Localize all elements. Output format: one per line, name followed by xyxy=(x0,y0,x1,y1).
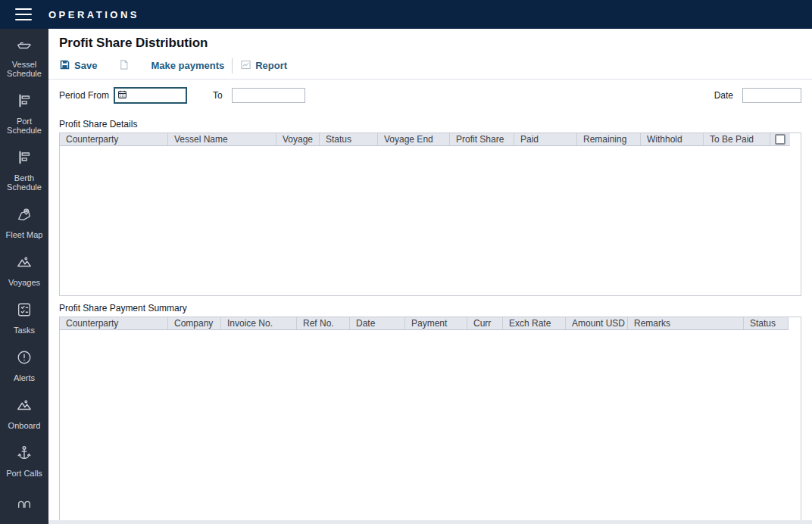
sidebar-item-label: Onboard xyxy=(8,421,41,430)
sidebar-item-label: Fleet Map xyxy=(6,230,43,239)
period-to-input[interactable] xyxy=(232,88,305,103)
gantt-icon xyxy=(16,92,33,112)
details-table-title: Profit Share Details xyxy=(59,119,801,129)
column-header-invoice-no-: Invoice No. xyxy=(221,317,297,330)
sidebar-item-alerts[interactable]: Alerts xyxy=(0,342,48,390)
gantt-icon xyxy=(16,149,33,169)
column-header-paid: Paid xyxy=(514,133,577,146)
details-table-body[interactable] xyxy=(60,146,801,295)
sidebar-item-voyages[interactable]: Voyages xyxy=(0,247,48,295)
column-header-to-be-paid: To Be Paid xyxy=(704,133,770,146)
summary-table-title: Profit Share Payment Summary xyxy=(59,303,801,313)
ship-icon xyxy=(16,36,33,55)
column-header-exch-rate: Exch Rate xyxy=(503,317,566,330)
column-header-voyage: Voyage xyxy=(276,133,320,146)
document-icon xyxy=(118,59,130,73)
date-label: Date xyxy=(714,90,733,101)
hamburger-menu-icon[interactable] xyxy=(15,8,32,20)
checklist-icon xyxy=(16,301,33,321)
make-payments-label: Make payments xyxy=(151,60,224,71)
column-header-ref-no-: Ref No. xyxy=(297,317,350,330)
sidebar-item-berth-schedule[interactable]: Berth Schedule xyxy=(0,142,48,199)
column-header-company: Company xyxy=(168,317,221,330)
header-gutter xyxy=(789,317,801,330)
column-header-payment: Payment xyxy=(405,317,467,330)
sidebar-item-port-calls[interactable]: Port Calls xyxy=(0,438,48,485)
column-header-counterparty: Counterparty xyxy=(60,317,168,330)
sidebar-item-fleet-map[interactable]: Fleet Map xyxy=(0,199,48,247)
main-content: Profit Share Distribution Save Make pa xyxy=(48,29,812,524)
map-pin-icon xyxy=(16,206,33,226)
sidebar-item-tasks[interactable]: Tasks xyxy=(0,295,48,342)
horizontal-scrollbar[interactable] xyxy=(48,520,812,524)
app-title: OPERATIONS xyxy=(48,9,139,20)
sidebar-item-label: Voyages xyxy=(8,278,40,287)
column-header-curr: Curr xyxy=(467,317,503,330)
header-gutter xyxy=(790,133,801,146)
details-table-header-row: CounterpartyVessel NameVoyageStatusVoyag… xyxy=(60,133,801,146)
column-header-date: Date xyxy=(350,317,405,330)
date-input[interactable] xyxy=(742,88,801,103)
berths-icon xyxy=(16,492,33,512)
sidebar-item-label: Berth Schedule xyxy=(2,173,47,192)
summary-table-body[interactable] xyxy=(60,330,801,524)
column-header-status: Status xyxy=(320,133,378,146)
sidebar-item-onboard[interactable]: Onboard xyxy=(0,390,48,438)
page-title: Profit Share Distribution xyxy=(48,29,812,51)
column-header-remarks: Remarks xyxy=(628,317,744,330)
date-field: Date xyxy=(714,88,801,103)
column-header-voyage-end: Voyage End xyxy=(378,133,450,146)
column-header-profit-share: Profit Share xyxy=(450,133,514,146)
toolbar-separator xyxy=(232,58,233,73)
select-all-checkbox[interactable] xyxy=(775,134,785,145)
sidebar-item-label: Vessel Schedule xyxy=(2,60,47,78)
filter-row: Period From To Date xyxy=(59,87,801,104)
route-icon xyxy=(16,397,33,416)
sidebar-item-label: Port Schedule xyxy=(2,117,47,135)
column-header-remaining: Remaining xyxy=(577,133,641,146)
period-from-field xyxy=(114,87,187,104)
to-label: To xyxy=(213,90,223,101)
anchor-icon xyxy=(16,444,33,464)
save-icon xyxy=(59,59,70,73)
operations-app: OPERATIONS Vessel Schedule Port Schedule… xyxy=(0,0,812,524)
profit-share-details-table: CounterpartyVessel NameVoyageStatusVoyag… xyxy=(59,133,801,296)
calendar-icon[interactable] xyxy=(117,89,127,101)
column-header-vessel-name: Vessel Name xyxy=(168,133,276,146)
sidebar-item-partial[interactable] xyxy=(0,485,48,524)
topbar: OPERATIONS xyxy=(0,0,812,29)
report-button[interactable]: Report xyxy=(240,59,287,73)
column-header-counterparty: Counterparty xyxy=(60,133,168,146)
sidebar-item-label: Alerts xyxy=(14,373,35,382)
save-button[interactable]: Save xyxy=(59,59,97,73)
sidebar-item-label: Port Calls xyxy=(6,469,42,478)
column-header-withhold: Withhold xyxy=(641,133,704,146)
column-header-status: Status xyxy=(744,317,789,330)
sidebar-item-port-schedule[interactable]: Port Schedule xyxy=(0,86,48,142)
column-header-amount-usd: Amount USD xyxy=(566,317,628,330)
period-from-input[interactable] xyxy=(127,89,183,101)
select-all-cell xyxy=(770,133,790,146)
toolbar: Save Make payments Report xyxy=(48,52,812,80)
sidebar: Vessel Schedule Port Schedule Berth Sche… xyxy=(0,29,48,524)
new-document-button[interactable] xyxy=(118,59,130,73)
summary-table-header-row: CounterpartyCompanyInvoice No.Ref No.Dat… xyxy=(60,317,801,330)
payment-summary-table: CounterpartyCompanyInvoice No.Ref No.Dat… xyxy=(59,317,801,524)
sidebar-item-vessel-schedule[interactable]: Vessel Schedule xyxy=(0,29,48,86)
sidebar-item-label: Tasks xyxy=(14,326,35,335)
period-from-label: Period From xyxy=(59,90,109,101)
alert-circle-icon xyxy=(16,349,33,369)
report-label: Report xyxy=(255,60,287,71)
route-icon xyxy=(16,254,33,273)
save-label: Save xyxy=(74,60,97,71)
report-chart-icon xyxy=(240,59,251,73)
make-payments-button[interactable]: Make payments xyxy=(151,60,224,71)
